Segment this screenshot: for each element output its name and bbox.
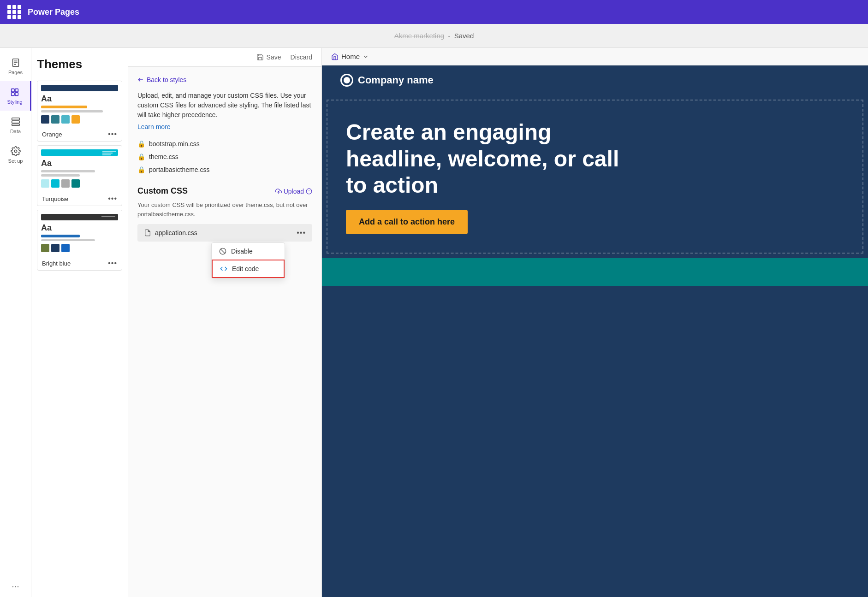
arrow-left-icon xyxy=(137,77,144,83)
app-title: Power Pages xyxy=(28,7,79,17)
css-file-portalbasic: 🔒 portalbasictheme.css xyxy=(137,166,312,173)
pages-icon xyxy=(11,58,21,68)
styling-icon xyxy=(10,87,20,97)
sidebar-styling-label: Styling xyxy=(7,99,22,105)
sidebar-pages-label: Pages xyxy=(8,70,23,75)
brightblue-aa: Aa xyxy=(41,223,118,233)
discard-button[interactable]: Discard xyxy=(291,53,312,61)
cta-button[interactable]: Add a call to action here xyxy=(346,210,468,234)
theme-turquoise-name: Turquoise xyxy=(42,195,68,202)
teal-footer-band xyxy=(322,258,868,286)
sidebar: Pages Styling Data xyxy=(0,48,31,597)
css-panel: Save Discard Back to styles Upload, edit… xyxy=(128,48,322,597)
css-panel-body: Back to styles Upload, edit, and manage … xyxy=(128,67,321,597)
site-name: Akme marketing xyxy=(394,32,444,40)
disable-label: Disable xyxy=(231,248,253,255)
svg-rect-8 xyxy=(12,118,19,120)
css-filename-theme: theme.css xyxy=(149,153,178,160)
theme-card-brightblue[interactable]: Aa Bright blue ••• xyxy=(37,210,122,271)
css-file-icon xyxy=(144,229,151,236)
css-files-list: 🔒 bootstrap.min.css 🔒 theme.css 🔒 portal… xyxy=(137,140,312,173)
back-to-styles-button[interactable]: Back to styles xyxy=(137,76,312,83)
custom-css-description: Your custom CSS will be prioritized over… xyxy=(137,201,312,219)
chevron-down-icon xyxy=(363,53,369,60)
upload-button[interactable]: Upload xyxy=(275,188,312,195)
edit-code-label: Edit code xyxy=(232,265,259,272)
top-nav-bar: Power Pages xyxy=(0,0,868,24)
context-menu-edit-code[interactable]: Edit code xyxy=(212,260,285,278)
site-nav: Company name xyxy=(322,65,868,95)
svg-rect-6 xyxy=(12,93,14,95)
app-grid-icon[interactable] xyxy=(7,5,21,19)
save-icon xyxy=(256,53,264,61)
lock-icon-bootstrap: 🔒 xyxy=(137,140,145,148)
theme-turquoise-preview: Aa xyxy=(37,146,122,192)
custom-css-header: Custom CSS Upload xyxy=(137,186,312,196)
sidebar-item-data[interactable]: Data xyxy=(0,111,31,140)
application-css-menu-btn[interactable]: ••• xyxy=(297,229,306,237)
preview-content: Company name Create an engaging headline… xyxy=(322,65,868,597)
application-css-row[interactable]: application.css ••• Disable xyxy=(137,224,312,242)
application-css-filename: application.css xyxy=(155,229,197,236)
setup-icon xyxy=(11,146,21,156)
sidebar-item-setup[interactable]: Set up xyxy=(0,140,31,170)
site-logo: Company name xyxy=(340,74,434,87)
save-label: Save xyxy=(267,53,281,61)
breadcrumb-home-label: Home xyxy=(341,53,360,60)
disable-icon xyxy=(219,248,226,255)
svg-rect-7 xyxy=(15,93,18,95)
custom-css-section: Custom CSS Upload xyxy=(137,186,312,242)
theme-orange-preview: Aa xyxy=(37,81,122,127)
theme-turquoise-footer: Turquoise ••• xyxy=(37,192,122,206)
company-name: Company name xyxy=(358,74,434,86)
css-file-theme: 🔒 theme.css xyxy=(137,153,312,160)
theme-orange-footer: Orange ••• xyxy=(37,127,122,141)
theme-card-turquoise[interactable]: Aa Turquoise ••• xyxy=(37,145,122,206)
svg-point-11 xyxy=(14,150,17,153)
hero-section: Create an engaging headline, welcome, or… xyxy=(327,100,863,254)
sidebar-item-pages[interactable]: Pages xyxy=(0,52,31,81)
website-preview: Company name Create an engaging headline… xyxy=(322,65,868,597)
home-icon xyxy=(331,53,339,60)
theme-orange-name: Orange xyxy=(42,131,62,138)
data-icon xyxy=(11,117,21,127)
learn-more-link[interactable]: Learn more xyxy=(137,123,171,130)
back-label: Back to styles xyxy=(147,76,186,83)
css-filename-portalbasic: portalbasictheme.css xyxy=(149,166,210,173)
upload-label: Upload xyxy=(284,188,304,195)
themes-panel: Themes Aa Orange xyxy=(31,48,128,597)
css-filename-bootstrap: bootstrap.min.css xyxy=(149,140,200,148)
svg-rect-4 xyxy=(12,89,14,92)
edit-code-icon xyxy=(220,265,227,272)
svg-rect-10 xyxy=(12,124,19,126)
save-button[interactable]: Save xyxy=(256,53,281,61)
theme-brightblue-footer: Bright blue ••• xyxy=(37,256,122,270)
sub-header-status: Akme marketing - Saved xyxy=(394,32,474,40)
sidebar-item-styling[interactable]: Styling xyxy=(0,81,31,111)
theme-orange-menu-btn[interactable]: ••• xyxy=(108,130,117,138)
sidebar-setup-label: Set up xyxy=(8,158,23,164)
preview-area: Home Company name xyxy=(322,48,868,597)
svg-rect-5 xyxy=(15,89,18,92)
preview-header: Home xyxy=(322,48,868,65)
sidebar-more-button[interactable]: ... xyxy=(12,579,19,590)
css-file-bootstrap: 🔒 bootstrap.min.css xyxy=(137,140,312,148)
theme-brightblue-menu-btn[interactable]: ••• xyxy=(108,259,117,267)
themes-panel-title: Themes xyxy=(37,57,122,71)
custom-css-title: Custom CSS xyxy=(137,186,188,196)
theme-turquoise-menu-btn[interactable]: ••• xyxy=(108,195,117,203)
css-panel-header: Save Discard xyxy=(128,48,321,67)
turquoise-aa: Aa xyxy=(41,159,118,168)
main-layout: Pages Styling Data xyxy=(0,48,868,597)
upload-icon xyxy=(275,188,282,195)
lock-icon-theme: 🔒 xyxy=(137,153,145,160)
theme-card-orange[interactable]: Aa Orange ••• xyxy=(37,81,122,142)
sidebar-more-label: ... xyxy=(12,579,19,589)
context-menu-disable[interactable]: Disable xyxy=(212,243,285,260)
sub-header: Akme marketing - Saved xyxy=(0,24,868,48)
sidebar-data-label: Data xyxy=(10,129,21,134)
application-css-file-left: application.css xyxy=(144,229,197,236)
svg-line-18 xyxy=(220,249,225,253)
discard-label: Discard xyxy=(291,53,312,61)
lock-icon-portalbasic: 🔒 xyxy=(137,166,145,173)
